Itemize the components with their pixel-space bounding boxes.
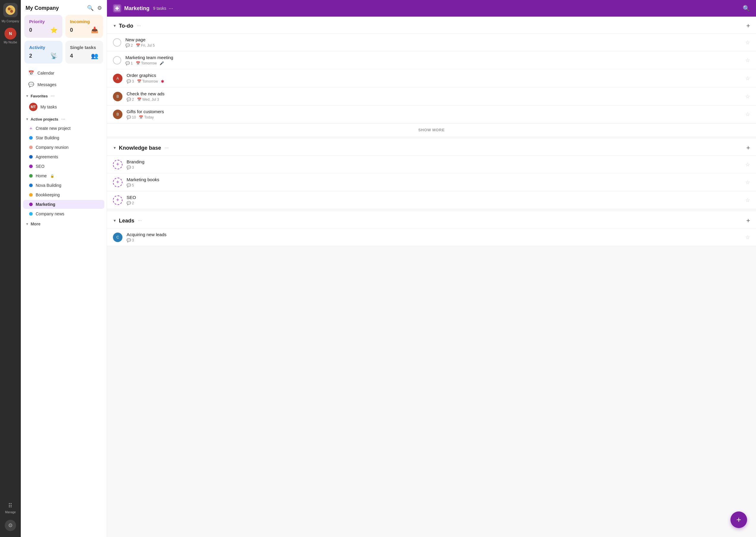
task-date: 📅 Tomorrow <box>136 61 157 65</box>
task-info: SEO 💬 2 <box>127 195 743 205</box>
leads-title: Leads <box>119 218 134 224</box>
avatar[interactable]: N <box>4 28 16 39</box>
activity-card[interactable]: Activity 2 📡 <box>24 41 63 63</box>
task-row[interactable]: B Check the new ads 💬 2 📅 Wed, Jul 3 ☆ <box>107 88 756 105</box>
task-star-button[interactable]: ☆ <box>745 234 750 241</box>
calendar-icon: 📅 <box>139 115 143 119</box>
project-home[interactable]: Home 🔒 <box>23 171 104 180</box>
single-tasks-card[interactable]: Single tasks 4 👥 <box>66 41 104 63</box>
settings-button[interactable]: ⚙ <box>97 5 102 11</box>
knowledge-title: Knowledge base <box>119 145 161 151</box>
task-row[interactable]: + SEO 💬 2 ☆ <box>107 191 756 209</box>
task-star-button[interactable]: ☆ <box>745 39 750 46</box>
project-dot <box>29 193 33 197</box>
favorites-chevron: ▼ <box>25 94 29 98</box>
todo-more-btn[interactable]: ··· <box>137 23 141 28</box>
task-row[interactable]: B Gifts for customers 💬 10 📅 Today ☆ <box>107 105 756 123</box>
lock-icon: 🔒 <box>50 174 54 178</box>
task-row[interactable]: New page 💬 2 📅 Fri, Jul 5 ☆ <box>107 34 756 51</box>
project-dot <box>29 136 33 140</box>
microphone-icon: 🎤 <box>159 61 164 65</box>
knowledge-base-section: ▼ Knowledge base ··· + + Branding 💬 3 <box>107 139 756 209</box>
app-logo[interactable] <box>3 3 18 17</box>
task-row[interactable]: Marketing team meeting 💬 1 📅 Tomorrow 🎤 … <box>107 51 756 69</box>
task-date: 📅 Fri, Jul 5 <box>136 43 155 48</box>
task-star-button[interactable]: ☆ <box>745 161 750 168</box>
svg-point-2 <box>10 10 13 13</box>
calendar-nav-item[interactable]: 📅 Calendar <box>23 67 104 78</box>
priority-card[interactable]: Priority 0 ⭐ <box>24 15 63 38</box>
project-star-building[interactable]: Star Building <box>23 133 104 142</box>
settings-icon[interactable]: ⚙ <box>5 520 16 531</box>
leads-add-button[interactable]: + <box>746 217 750 225</box>
task-checkbox[interactable] <box>113 38 121 47</box>
task-row[interactable]: A Order graphics 💬 3 📅 Tomorrow ✱ ☆ <box>107 69 756 88</box>
todo-chevron[interactable]: ▼ <box>113 24 116 28</box>
projects-more-icon[interactable]: ··· <box>61 116 65 122</box>
task-avatar-plus[interactable]: + <box>113 178 122 187</box>
nav-title: My Company <box>25 5 59 11</box>
task-row[interactable]: + Branding 💬 3 ☆ <box>107 156 756 174</box>
project-company-news[interactable]: Company news <box>23 209 104 218</box>
task-row[interactable]: C Acquiring new leads 💬 3 ☆ <box>107 228 756 246</box>
incoming-card[interactable]: Incoming 0 📥 <box>66 15 104 38</box>
manage-button[interactable]: ⠿ Manage <box>5 502 16 520</box>
task-star-button[interactable]: ☆ <box>745 111 750 118</box>
calendar-icon: 📅 <box>136 61 140 65</box>
task-name: SEO <box>127 195 743 200</box>
task-avatar: B <box>113 109 122 119</box>
favorites-more-icon[interactable]: ··· <box>51 93 55 99</box>
search-button[interactable]: 🔍 <box>87 5 94 11</box>
messages-nav-item[interactable]: 💬 Messages <box>23 79 104 90</box>
task-star-button[interactable]: ☆ <box>745 93 750 100</box>
task-info: Marketing books 💬 5 <box>127 177 743 187</box>
leads-chevron[interactable]: ▼ <box>113 219 116 223</box>
project-nova-building[interactable]: Nova Building <box>23 181 104 190</box>
task-meta: 💬 1 📅 Tomorrow 🎤 <box>125 61 743 65</box>
task-name: New page <box>125 37 743 42</box>
task-avatar-plus[interactable]: + <box>113 195 122 205</box>
company-label: My Company <box>1 20 21 23</box>
task-row[interactable]: + Marketing books 💬 5 ☆ <box>107 174 756 191</box>
more-section[interactable]: ▼ More <box>21 219 107 229</box>
show-more-button[interactable]: SHOW MORE <box>107 123 756 136</box>
topbar-badge: 9 tasks <box>153 6 166 11</box>
task-date: 📅 Tomorrow <box>137 79 158 83</box>
task-name: Marketing team meeting <box>125 55 743 60</box>
project-dot <box>29 184 33 187</box>
topbar-more-button[interactable]: ··· <box>168 5 173 12</box>
leads-more-btn[interactable]: ··· <box>138 218 142 223</box>
activity-count: 2 <box>29 53 32 59</box>
favorites-header[interactable]: ▼ Favorites ··· <box>21 90 107 101</box>
comment-icon: 💬 <box>125 43 130 48</box>
create-project-item[interactable]: ＋ Create new project <box>23 124 104 133</box>
task-checkbox[interactable] <box>113 56 121 64</box>
topbar-search-button[interactable]: 🔍 <box>743 5 750 12</box>
project-agreements[interactable]: Agreements <box>23 152 104 161</box>
messages-label: Messages <box>37 82 57 87</box>
project-company-reunion[interactable]: Company reunion <box>23 143 104 152</box>
task-comments: 💬 2 <box>125 43 133 48</box>
comment-icon: 💬 <box>127 238 131 242</box>
knowledge-more-btn[interactable]: ··· <box>165 145 168 150</box>
project-marketing[interactable]: Marketing <box>23 200 104 209</box>
project-bookkeeping[interactable]: Bookkeeping <box>23 190 104 199</box>
my-tasks-item[interactable]: MT My tasks <box>23 101 104 113</box>
task-avatar-plus[interactable]: + <box>113 160 122 169</box>
main-content: Marketing 9 tasks ··· 🔍 ▼ To-do ··· + Ne… <box>107 0 756 537</box>
task-star-button[interactable]: ☆ <box>745 197 750 203</box>
task-info: Branding 💬 3 <box>127 159 743 170</box>
active-projects-title: Active projects <box>31 117 58 121</box>
todo-add-button[interactable]: + <box>746 22 750 30</box>
active-projects-header[interactable]: ▼ Active projects ··· <box>21 113 107 124</box>
project-seo[interactable]: SEO <box>23 162 104 171</box>
task-name: Gifts for customers <box>127 109 743 114</box>
task-star-button[interactable]: ☆ <box>745 75 750 82</box>
nav-icons: 🔍 ⚙ <box>87 5 102 11</box>
knowledge-chevron[interactable]: ▼ <box>113 146 116 150</box>
task-star-button[interactable]: ☆ <box>745 179 750 186</box>
task-date: 📅 Today <box>139 115 154 119</box>
fab-add-button[interactable]: + <box>731 512 747 528</box>
knowledge-add-button[interactable]: + <box>746 144 750 152</box>
task-star-button[interactable]: ☆ <box>745 57 750 63</box>
